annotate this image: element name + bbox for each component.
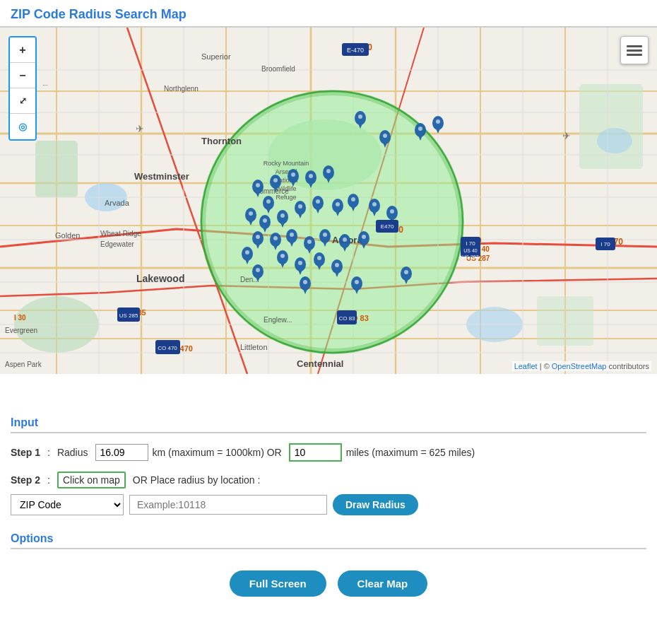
osm-link[interactable]: OpenStreetMap [552,362,607,370]
svg-point-179 [436,119,440,124]
svg-point-134 [273,236,278,240]
svg-text:E-470: E-470 [347,47,364,54]
spacer [0,374,657,402]
step2-row: Step 2 : Click on map OR Place radius by… [11,472,646,515]
svg-text:Aspen Park: Aspen Park [5,361,42,368]
svg-point-170 [256,235,260,239]
svg-text:Arvada: Arvada [105,199,130,207]
svg-point-131 [404,270,408,274]
svg-point-155 [298,261,302,265]
svg-rect-199 [627,45,642,47]
svg-point-119 [336,202,340,206]
svg-text:CO 470: CO 470 [158,345,177,351]
zip-code-select[interactable]: ZIP Code City Address Coordinates [11,494,124,515]
svg-point-92 [326,169,331,173]
svg-point-122 [351,197,355,201]
zoom-out-button[interactable]: − [10,63,35,88]
full-screen-button[interactable]: Full Screen [230,570,326,597]
map-attribution: Leaflet | © OpenStreetMap contributors [512,361,651,371]
svg-point-125 [372,202,377,206]
svg-text:Golden: Golden [55,231,80,240]
svg-point-182 [383,134,387,138]
svg-text:✈: ✈ [136,123,144,134]
svg-point-104 [249,211,253,216]
svg-text:Superior: Superior [201,52,231,61]
svg-text:...: ... [42,80,48,87]
svg-point-173 [245,250,249,254]
svg-text:CO 83: CO 83 [338,315,355,322]
map-controls: + − ⤢ ◎ [8,36,37,141]
svg-point-161 [335,263,339,267]
layers-button[interactable] [620,36,649,64]
svg-point-128 [390,209,394,213]
svg-point-80 [256,183,260,187]
zoom-in-button[interactable]: + [10,37,35,63]
svg-text:I 70: I 70 [600,241,610,247]
svg-point-137 [290,233,294,237]
svg-point-113 [298,204,302,209]
svg-text:US 287: US 287 [462,254,478,259]
layers-icon [627,42,642,58]
step2-inputs: ZIP Code City Address Coordinates Draw R… [11,494,418,515]
svg-text:US 40: US 40 [463,248,478,253]
svg-text:Englew...: Englew... [264,316,292,324]
clear-map-button[interactable]: Clear Map [338,570,428,597]
svg-text:Northglenn: Northglenn [164,85,199,93]
location-input[interactable] [129,495,327,515]
svg-rect-201 [627,54,642,56]
svg-point-152 [280,254,285,258]
step2-or-text: OR Place radius by location : [133,474,261,486]
fullscreen-map-button[interactable]: ⤢ [10,88,35,114]
step2-label: Step 2 [11,474,40,486]
svg-point-146 [343,238,347,242]
locate-button[interactable]: ◎ [10,114,35,139]
radius-km-input[interactable] [95,444,148,461]
step1-row: Step 1 : Radius km (maximum = 1000km) OR… [11,443,646,462]
svg-text:Edgewater: Edgewater [100,240,134,248]
svg-point-149 [362,235,366,239]
radius-miles-input[interactable] [289,443,342,462]
svg-point-158 [317,256,321,260]
svg-text:I 30: I 30 [14,314,26,322]
svg-point-95 [418,127,422,131]
svg-text:Broomfield: Broomfield [261,65,295,73]
map-svg: Superior Broomfield E-470 ... Northglenn… [0,28,657,374]
leaflet-link[interactable]: Leaflet [514,362,538,370]
svg-text:Wheat Ridge: Wheat Ridge [100,230,141,238]
svg-point-164 [355,280,359,284]
svg-point-86 [291,172,295,177]
svg-point-98 [358,115,362,119]
options-section-title: Options [11,532,646,549]
svg-rect-19 [579,84,643,169]
buttons-row: Full Screen Clear Map [11,570,646,611]
step2-colon: : [47,474,50,486]
draw-radius-button[interactable]: Draw Radius [333,494,418,515]
svg-point-176 [256,268,260,272]
svg-text:I 70: I 70 [466,240,475,247]
svg-point-167 [303,280,307,284]
svg-rect-18 [35,141,78,197]
svg-point-101 [266,199,271,204]
svg-text:✈: ✈ [562,130,571,141]
svg-text:Littleton: Littleton [240,343,268,351]
svg-rect-21 [537,296,593,346]
svg-point-107 [263,218,267,223]
svg-point-116 [316,199,320,204]
svg-text:US 285: US 285 [119,312,138,319]
map-container[interactable]: Superior Broomfield E-470 ... Northglenn… [0,28,657,374]
page-title: ZIP Code Radius Search Map [0,0,657,28]
svg-point-24 [597,128,632,153]
svg-text:Westminster: Westminster [134,171,189,182]
options-area: Options Full Screen Clear Map [0,532,657,625]
input-section-title: Input [11,416,646,433]
svg-text:Centennial: Centennial [297,358,343,369]
click-map-box: Click on map [57,472,126,488]
step1-text: Radius [57,447,88,458]
step1-km-suffix: km (maximum = 1000km) OR [153,447,282,458]
svg-rect-200 [627,49,642,52]
svg-point-140 [307,240,312,244]
svg-text:Lakewood: Lakewood [136,273,184,284]
svg-text:Rocky Mountain: Rocky Mountain [264,160,309,167]
step1-miles-suffix: miles (maximum = 625 miles) [346,447,475,458]
svg-text:E470: E470 [381,223,394,230]
